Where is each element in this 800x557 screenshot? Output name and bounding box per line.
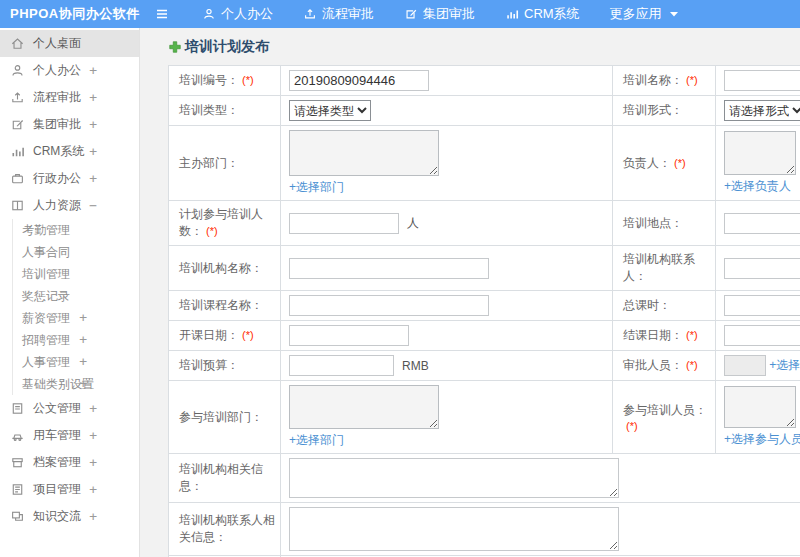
unit-suffix: 人 bbox=[407, 216, 419, 230]
sidebar-item-group-approval[interactable]: 集团审批 + bbox=[0, 111, 139, 138]
expand-mark: + bbox=[79, 307, 87, 329]
end-date-input[interactable] bbox=[724, 325, 800, 346]
sidebar-subitem-training[interactable]: 培训管理 bbox=[13, 263, 139, 285]
start-date-label: 开课日期： bbox=[179, 328, 239, 342]
training-mode-select[interactable]: 请选择形式 bbox=[724, 100, 800, 121]
join-depts-textarea[interactable] bbox=[289, 385, 439, 429]
approver-label: 审批人员： bbox=[623, 358, 683, 372]
training-mode-label: 培训形式： bbox=[623, 103, 683, 117]
training-name-input[interactable] bbox=[724, 70, 800, 91]
select-host-dept-link[interactable]: +选择部门 bbox=[289, 179, 344, 196]
edit-icon bbox=[10, 117, 25, 132]
budget-label: 培训预算： bbox=[179, 358, 239, 372]
sidebar-subitem-salary[interactable]: 薪资管理 + bbox=[13, 307, 139, 329]
nav-label: CRM系统 bbox=[524, 5, 580, 23]
hamburger-menu-icon[interactable] bbox=[154, 5, 172, 23]
sidebar-item-personal-desktop[interactable]: 个人桌面 bbox=[0, 30, 139, 57]
sidebar-item-crm-system[interactable]: CRM系统 + bbox=[0, 138, 139, 165]
sidebar: 个人桌面 个人办公 + 流程审批 + 集团审批 + CRM系统 + 行政办公 + bbox=[0, 28, 140, 557]
sidebar-subitem-label: 考勤管理 bbox=[22, 223, 70, 237]
home-icon bbox=[10, 36, 25, 51]
nav-group-approval[interactable]: 集团审批 bbox=[404, 5, 475, 23]
page-title-text: 培训计划发布 bbox=[185, 38, 269, 56]
select-join-depts-link[interactable]: +选择部门 bbox=[289, 432, 344, 449]
sidebar-item-workflow-approval[interactable]: 流程审批 + bbox=[0, 84, 139, 111]
sidebar-subitem-base-category[interactable]: 基础类别设置 + bbox=[13, 373, 139, 395]
nav-more-apps[interactable]: 更多应用 bbox=[610, 5, 679, 23]
leader-textarea[interactable] bbox=[724, 131, 796, 175]
expand-mark: + bbox=[89, 63, 97, 78]
car-icon bbox=[10, 428, 25, 443]
sidebar-item-human-resources[interactable]: 人力资源 − bbox=[0, 192, 139, 219]
location-input[interactable] bbox=[724, 213, 800, 234]
app-logo: PHPOA协同办公软件 bbox=[0, 5, 140, 23]
org-contact-input[interactable] bbox=[724, 258, 800, 279]
nav-label: 流程审批 bbox=[322, 5, 374, 23]
required-mark: (*) bbox=[242, 329, 254, 341]
nav-label: 更多应用 bbox=[610, 5, 662, 23]
select-approver-link[interactable]: +选择审批人员 bbox=[769, 358, 800, 372]
expand-mark: + bbox=[89, 509, 97, 524]
sidebar-item-label: 个人办公 bbox=[33, 62, 81, 79]
training-type-select[interactable]: 请选择类型 bbox=[289, 100, 371, 121]
expand-mark: + bbox=[79, 351, 87, 373]
main-content: 培训计划发布 培训编号：(*) 培训名称：(*) 培训类型： 请选择类型 培训形… bbox=[140, 28, 800, 557]
expand-mark: + bbox=[79, 329, 87, 351]
approver-input[interactable] bbox=[724, 355, 766, 376]
nav-crm-system[interactable]: CRM系统 bbox=[505, 5, 580, 23]
user-icon bbox=[10, 63, 25, 78]
book-icon bbox=[10, 198, 25, 213]
user-icon bbox=[202, 7, 216, 21]
sidebar-subitem-hr-contract[interactable]: 人事合同 bbox=[13, 241, 139, 263]
org-name-label: 培训机构名称： bbox=[179, 261, 263, 275]
sidebar-item-label: 档案管理 bbox=[33, 454, 81, 471]
sidebar-subitem-recruitment[interactable]: 招聘管理 + bbox=[13, 329, 139, 351]
end-date-label: 结课日期： bbox=[623, 328, 683, 342]
training-no-input[interactable] bbox=[289, 70, 429, 91]
upload-icon bbox=[303, 7, 317, 21]
upload-icon bbox=[10, 90, 25, 105]
sidebar-item-personal-office[interactable]: 个人办公 + bbox=[0, 57, 139, 84]
expand-mark: + bbox=[89, 171, 97, 186]
sidebar-subitem-label: 薪资管理 bbox=[22, 311, 70, 325]
leader-label: 负责人： bbox=[623, 156, 671, 170]
expand-mark: + bbox=[89, 482, 97, 497]
required-mark: (*) bbox=[242, 74, 254, 86]
sidebar-item-project-mgmt[interactable]: 项目管理 + bbox=[0, 476, 139, 503]
select-join-people-link[interactable]: +选择参与人员 bbox=[724, 431, 800, 448]
join-people-textarea[interactable] bbox=[724, 386, 796, 428]
org-info-textarea[interactable] bbox=[289, 458, 619, 498]
sidebar-item-vehicle-mgmt[interactable]: 用车管理 + bbox=[0, 422, 139, 449]
nav-workflow-approval[interactable]: 流程审批 bbox=[303, 5, 374, 23]
sidebar-item-label: 用车管理 bbox=[33, 427, 81, 444]
expand-mark: + bbox=[89, 144, 97, 159]
sidebar-item-knowledge-exchange[interactable]: 知识交流 + bbox=[0, 503, 139, 530]
required-mark: (*) bbox=[626, 420, 638, 432]
org-contact-info-textarea[interactable] bbox=[289, 507, 619, 551]
org-name-input[interactable] bbox=[289, 258, 489, 279]
sidebar-item-admin-office[interactable]: 行政办公 + bbox=[0, 165, 139, 192]
sidebar-item-archive-mgmt[interactable]: 档案管理 + bbox=[0, 449, 139, 476]
briefcase-icon bbox=[10, 171, 25, 186]
sidebar-item-label: 知识交流 bbox=[33, 508, 81, 525]
required-mark: (*) bbox=[686, 359, 698, 371]
sidebar-item-label: 集团审批 bbox=[33, 116, 81, 133]
budget-input[interactable] bbox=[289, 355, 394, 376]
org-contact-label: 培训机构联系人： bbox=[623, 252, 695, 283]
nav-personal-office[interactable]: 个人办公 bbox=[202, 5, 273, 23]
host-dept-textarea[interactable] bbox=[289, 130, 439, 176]
sidebar-subitem-personnel[interactable]: 人事管理 + bbox=[13, 351, 139, 373]
sidebar-item-label: 行政办公 bbox=[33, 170, 81, 187]
sidebar-subitem-attendance[interactable]: 考勤管理 bbox=[13, 219, 139, 241]
archive-icon bbox=[10, 455, 25, 470]
chat-icon bbox=[10, 509, 25, 524]
sidebar-subitem-reward-punishment[interactable]: 奖惩记录 bbox=[13, 285, 139, 307]
total-hours-input[interactable] bbox=[724, 295, 800, 316]
planned-count-input[interactable] bbox=[289, 213, 399, 234]
start-date-input[interactable] bbox=[289, 325, 409, 346]
expand-mark: + bbox=[89, 117, 97, 132]
select-leader-link[interactable]: +选择负责人 bbox=[724, 178, 791, 195]
course-name-input[interactable] bbox=[289, 295, 489, 316]
bar-chart-icon bbox=[10, 144, 25, 159]
sidebar-item-document-mgmt[interactable]: 公文管理 + bbox=[0, 395, 139, 422]
